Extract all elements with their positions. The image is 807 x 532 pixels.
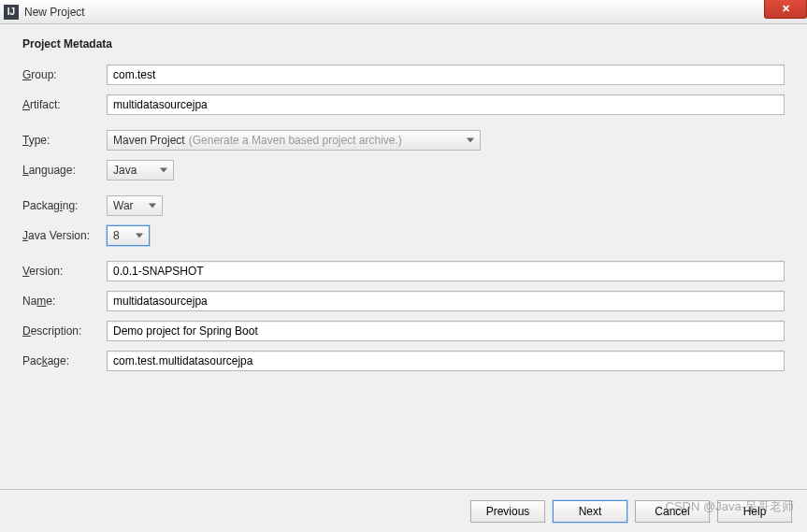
previous-button[interactable]: Previous [470, 500, 545, 523]
page-title: Project Metadata [22, 37, 785, 50]
row-version: Version: [22, 260, 785, 282]
help-button[interactable]: Help [717, 500, 792, 523]
label-group: Group: [22, 68, 107, 81]
javaversion-select[interactable]: 8 [107, 225, 150, 246]
titlebar: IJ New Project ✕ [0, 0, 807, 24]
next-button[interactable]: Next [553, 500, 627, 523]
label-name: Name: [22, 295, 107, 308]
label-language: Language: [22, 164, 107, 177]
row-group: Group: [22, 64, 785, 86]
name-input[interactable] [107, 291, 785, 311]
description-input[interactable] [107, 321, 785, 341]
label-version: Version: [22, 265, 107, 278]
label-packaging: Packaging: [22, 199, 107, 212]
label-package: Package: [22, 354, 107, 367]
cancel-button[interactable]: Cancel [635, 500, 710, 523]
packaging-select[interactable]: War [107, 195, 163, 216]
row-packaging: Packaging: War [22, 194, 785, 217]
app-icon: IJ [4, 5, 19, 20]
type-select[interactable]: Maven Project (Generate a Maven based pr… [107, 130, 481, 151]
language-select[interactable]: Java [107, 160, 174, 180]
label-artifact: Artifact: [22, 98, 107, 111]
button-bar: Previous Next Cancel Help [0, 489, 807, 532]
row-description: Description: [22, 320, 785, 342]
row-type: Type: Maven Project (Generate a Maven ba… [22, 129, 785, 151]
row-artifact: Artifact: [22, 93, 785, 116]
artifact-input[interactable] [107, 94, 785, 115]
label-javaversion: Java Version: [22, 229, 107, 242]
window-title: New Project [24, 6, 85, 19]
label-description: Description: [22, 324, 107, 338]
package-input[interactable] [107, 351, 785, 371]
group-input[interactable] [107, 65, 785, 85]
row-javaversion: Java Version: 8 [22, 224, 785, 247]
row-language: Language: Java [22, 159, 785, 181]
label-type: Type: [22, 134, 107, 147]
close-button[interactable]: ✕ [764, 0, 807, 19]
row-name: Name: [22, 290, 785, 312]
close-icon: ✕ [782, 3, 790, 15]
version-input[interactable] [107, 261, 785, 281]
row-package: Package: [22, 350, 785, 372]
content-area: Project Metadata Group: Artifact: Type: … [0, 24, 807, 489]
